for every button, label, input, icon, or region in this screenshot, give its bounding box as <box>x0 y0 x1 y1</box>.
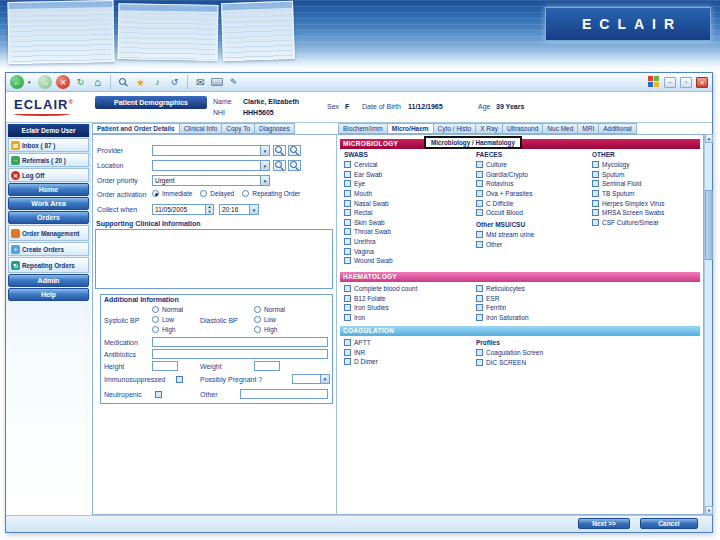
checkbox-icon[interactable] <box>476 359 483 366</box>
checkbox-icon[interactable] <box>344 228 351 235</box>
order-item[interactable]: INR <box>344 348 470 358</box>
checkbox-icon[interactable] <box>344 358 351 365</box>
refresh-icon[interactable]: ↻ <box>74 76 87 89</box>
location-dropdown[interactable]: ▾ <box>152 160 270 171</box>
back-dropdown-icon[interactable]: ▾ <box>28 79 34 85</box>
order-item[interactable]: Eye <box>344 179 470 189</box>
order-item[interactable]: Iron Studies <box>344 303 470 313</box>
edit-icon[interactable]: ✎ <box>227 76 240 89</box>
order-category-tab[interactable]: X Ray <box>476 123 503 134</box>
location-search-button[interactable] <box>273 160 286 171</box>
vertical-scrollbar[interactable]: ▲ ▼ <box>704 134 712 515</box>
sidebar-item-order-management[interactable]: Order Management <box>8 225 89 241</box>
radio-diastolic-low[interactable] <box>254 316 261 323</box>
favorites-icon[interactable]: ★ <box>134 76 147 89</box>
radio-diastolic-normal[interactable] <box>254 306 261 313</box>
radio-repeating-order[interactable] <box>242 190 249 197</box>
checkbox-icon[interactable] <box>476 295 483 302</box>
order-item[interactable]: Wound Swab <box>344 256 470 266</box>
order-item[interactable]: Mid stream urine <box>476 230 588 240</box>
checkbox-icon[interactable] <box>476 209 483 216</box>
sidebar-item-inbox[interactable]: ✉ Inbox ( 87 ) <box>8 138 89 152</box>
other-input[interactable] <box>240 389 328 399</box>
date-spinner[interactable]: ▲▼ <box>205 205 213 214</box>
order-item[interactable]: Cervical <box>344 160 470 170</box>
microbiology-haematology-tab[interactable]: Microbiology / Haematology <box>424 136 522 149</box>
cancel-button[interactable]: Cancel <box>640 518 698 529</box>
order-item[interactable]: Mouth <box>344 189 470 199</box>
history-icon[interactable]: ↺ <box>168 76 181 89</box>
collect-date-field[interactable]: 11/05/2005 ▲▼ <box>152 204 214 215</box>
order-item[interactable]: Nasal Swab <box>344 198 470 208</box>
back-icon[interactable]: ← <box>10 75 24 89</box>
order-item[interactable]: Ova + Parasites <box>476 189 588 199</box>
checkbox-icon[interactable] <box>344 171 351 178</box>
sidebar-item-home[interactable]: Home <box>8 183 89 196</box>
order-item[interactable]: Seminal Fluid <box>592 179 702 189</box>
provider-dropdown[interactable]: ▾ <box>152 145 270 156</box>
sidebar-item-logoff[interactable]: ✕ Log Off <box>8 168 89 182</box>
form-tab[interactable]: Diagnoses <box>255 123 295 134</box>
media-icon[interactable]: ♪ <box>151 76 164 89</box>
order-item[interactable]: Throat Swab <box>344 227 470 237</box>
checkbox-icon[interactable] <box>476 314 483 321</box>
order-item[interactable]: Ferritin <box>476 303 588 313</box>
checkbox-icon[interactable] <box>592 200 599 207</box>
collect-time-dropdown[interactable]: 20:16 ▾ <box>219 204 259 215</box>
order-item[interactable]: APTT <box>344 338 470 348</box>
checkbox-icon[interactable] <box>344 295 351 302</box>
checkbox-icon[interactable] <box>344 349 351 356</box>
order-category-tab[interactable]: Additional <box>599 123 637 134</box>
checkbox-icon[interactable] <box>344 238 351 245</box>
sidebar-item-help[interactable]: Help <box>8 288 89 301</box>
order-category-tab[interactable]: Biochem/Imm <box>338 123 388 134</box>
close-button[interactable]: ✕ <box>696 77 708 88</box>
checkbox-icon[interactable] <box>592 219 599 226</box>
radio-immediate[interactable] <box>152 190 159 197</box>
chevron-down-icon[interactable]: ▾ <box>260 146 269 155</box>
scrollbar-thumb[interactable] <box>705 190 713 260</box>
checkbox-icon[interactable] <box>344 257 351 264</box>
checkbox-icon[interactable] <box>476 285 483 292</box>
supporting-clinical-info-textarea[interactable] <box>95 229 333 289</box>
form-tab[interactable]: Copy To <box>222 123 255 134</box>
neutropenic-checkbox[interactable] <box>155 391 162 398</box>
chevron-down-icon[interactable]: ▾ <box>260 176 269 185</box>
height-input[interactable] <box>152 361 178 371</box>
order-item[interactable]: Rotavirus <box>476 179 588 189</box>
order-item[interactable]: Giardia/Crypto <box>476 170 588 180</box>
order-item[interactable]: ESR <box>476 294 588 304</box>
order-item[interactable]: Urethra <box>344 237 470 247</box>
order-item[interactable]: Skin Swab <box>344 218 470 228</box>
sidebar-item-referrals[interactable]: → Referrals ( 20 ) <box>8 153 89 167</box>
checkbox-icon[interactable] <box>476 304 483 311</box>
order-item[interactable]: MRSA Screen Swabs <box>592 208 702 218</box>
chevron-down-icon[interactable]: ▾ <box>249 205 258 214</box>
checkbox-icon[interactable] <box>592 161 599 168</box>
home-icon[interactable]: ⌂ <box>91 76 104 89</box>
radio-systolic-normal[interactable] <box>152 306 159 313</box>
checkbox-icon[interactable] <box>344 161 351 168</box>
order-item[interactable]: Mycology <box>592 160 702 170</box>
checkbox-icon[interactable] <box>344 219 351 226</box>
sidebar-item-orders[interactable]: Orders <box>8 211 89 224</box>
form-tab[interactable]: Clinical Info <box>180 123 223 134</box>
order-item[interactable]: B12 Folate <box>344 294 470 304</box>
radio-systolic-low[interactable] <box>152 316 159 323</box>
order-item[interactable]: Culture <box>476 160 588 170</box>
checkbox-icon[interactable] <box>344 285 351 292</box>
checkbox-icon[interactable] <box>592 171 599 178</box>
checkbox-icon[interactable] <box>476 349 483 356</box>
scroll-down-icon[interactable]: ▼ <box>705 506 713 515</box>
order-item[interactable]: Other <box>476 240 588 250</box>
order-item[interactable]: Complete blood count <box>344 284 470 294</box>
order-category-tab[interactable]: Nuc Med <box>543 123 578 134</box>
medication-input[interactable] <box>152 337 328 347</box>
sidebar-item-admin[interactable]: Admin <box>8 274 89 287</box>
maximize-button[interactable]: ▫ <box>680 77 692 88</box>
order-item[interactable]: Iron <box>344 313 470 323</box>
location-lookup-button[interactable] <box>288 160 301 171</box>
chevron-down-icon[interactable]: ▾ <box>260 161 269 170</box>
provider-search-button[interactable] <box>273 145 286 156</box>
checkbox-icon[interactable] <box>592 180 599 187</box>
